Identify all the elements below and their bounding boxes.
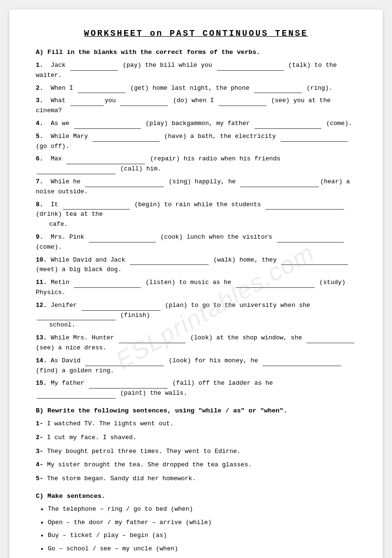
- section-a-list: 1. Jack (pay) the bill while you (talk) …: [36, 61, 356, 399]
- list-item: 1- I watched TV. The lights went out.: [36, 419, 356, 429]
- list-item: 11. Metin (listen) to music as he (study…: [36, 278, 356, 298]
- section-a-heading: A) Fill in the blanks with the correct f…: [36, 49, 356, 56]
- list-item: 3. What you (do) when I (see) you at the…: [36, 96, 356, 116]
- worksheet-page: ESLprintables.com WORKSHEET on PAST CONT…: [10, 10, 382, 558]
- page-title: WORKSHEET on PAST CONTINUOUS TENSE: [36, 29, 356, 38]
- list-item: 10. While David and Jack (walk) home, th…: [36, 255, 356, 275]
- list-item: 7. While he (sing) happily, he (hear) a …: [36, 177, 356, 197]
- list-item-continuation: cafe.: [49, 220, 356, 230]
- list-item: 5. While Mary (have) a bath, the electri…: [36, 132, 356, 152]
- list-item: 4- My sister brought the tea. She droppe…: [36, 460, 356, 470]
- section-b-list: 1- I watched TV. The lights went out. 2-…: [36, 419, 356, 484]
- list-item: Go – school / see – my uncle (when): [48, 544, 356, 554]
- section-c-list: The telephone – ring / go to bed (when) …: [48, 505, 356, 558]
- list-item: 9. Mrs. Pink (cook) lunch when the visit…: [36, 232, 356, 253]
- section-c-heading: C) Make sentences.: [36, 493, 356, 500]
- list-item: 2- I cut my face. I shaved.: [36, 433, 356, 443]
- list-item: 13. While Mrs. Hunter (look) at the shop…: [36, 333, 356, 353]
- list-item: The telephone – ring / go to bed (when): [48, 505, 356, 515]
- list-item: 15. My father (fall) off the ladder as h…: [36, 379, 356, 399]
- list-item: Open – the door / my father – arrive (wh…: [48, 518, 356, 528]
- list-item: 12. Jenifer (plan) to go to the universi…: [36, 301, 356, 321]
- list-item: 3- They bought petrol three times. They …: [36, 447, 356, 457]
- list-item-continuation: school.: [49, 320, 356, 330]
- list-item: 8. It (begin) to rain while the students…: [36, 200, 356, 220]
- list-item: 2. When I (get) home last night, the pho…: [36, 84, 356, 94]
- section-b-heading: B) Rewrite the following sentences, usin…: [36, 407, 356, 414]
- list-item: 4. As we (play) backgammon, my father (c…: [36, 119, 356, 129]
- list-item: Buy – ticket / play – begin (as): [48, 531, 356, 541]
- list-item: 14. As David (look) for his money, he (f…: [36, 356, 356, 376]
- list-item: 6. Max (repair) his radio when his frien…: [36, 154, 356, 174]
- list-item: 1. Jack (pay) the bill while you (talk) …: [36, 61, 356, 81]
- list-item: 5- The storm began. Sandy did her homewo…: [36, 474, 356, 484]
